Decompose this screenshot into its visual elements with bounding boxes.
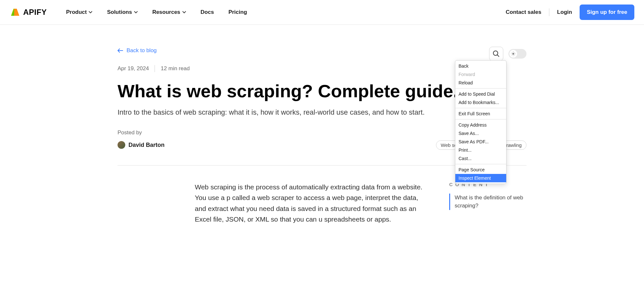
context-inspect-element[interactable]: Inspect Element bbox=[455, 174, 506, 182]
context-copy-address[interactable]: Copy Address bbox=[455, 121, 506, 129]
theme-toggle-knob bbox=[509, 50, 517, 58]
svg-point-1 bbox=[512, 53, 514, 55]
context-page-source[interactable]: Page Source bbox=[455, 166, 506, 174]
context-exit-fullscreen[interactable]: Exit Full Screen bbox=[455, 110, 506, 118]
main-header: APIFY Product Solutions Resources Docs P… bbox=[0, 0, 644, 25]
context-menu: Back Forward Reload Add to Speed Dial Ad… bbox=[455, 60, 507, 184]
read-time: 12 min read bbox=[161, 65, 190, 72]
nav-resources[interactable]: Resources bbox=[152, 9, 186, 15]
context-forward: Forward bbox=[455, 70, 506, 79]
sun-icon bbox=[511, 52, 516, 56]
nav-product-label: Product bbox=[66, 9, 87, 15]
nav-pricing[interactable]: Pricing bbox=[228, 9, 247, 15]
context-back[interactable]: Back bbox=[455, 62, 506, 70]
svg-line-7 bbox=[515, 55, 515, 56]
toc-item-definition[interactable]: What is the definition of web scraping? bbox=[449, 194, 526, 210]
author-name: David Barton bbox=[128, 142, 165, 148]
theme-toggle[interactable] bbox=[508, 49, 526, 59]
context-reload[interactable]: Reload bbox=[455, 79, 506, 87]
chevron-down-icon bbox=[89, 11, 92, 14]
back-to-blog-link[interactable]: Back to blog bbox=[118, 47, 526, 54]
nav-solutions[interactable]: Solutions bbox=[107, 9, 137, 15]
nav-docs[interactable]: Docs bbox=[201, 9, 214, 15]
svg-line-6 bbox=[512, 52, 512, 53]
context-print[interactable]: Print... bbox=[455, 146, 506, 154]
article-body: Web scraping is the process of automatic… bbox=[195, 182, 430, 225]
divider bbox=[549, 8, 549, 16]
divider bbox=[155, 65, 155, 72]
context-bookmarks[interactable]: Add to Bookmarks... bbox=[455, 98, 506, 107]
contact-sales-link[interactable]: Contact sales bbox=[506, 9, 542, 15]
author[interactable]: David Barton bbox=[118, 141, 165, 149]
context-speed-dial[interactable]: Add to Speed Dial bbox=[455, 90, 506, 98]
context-cast[interactable]: Cast... bbox=[455, 154, 506, 163]
context-save-as[interactable]: Save As... bbox=[455, 129, 506, 138]
divider bbox=[455, 119, 506, 119]
nav-solutions-label: Solutions bbox=[107, 9, 132, 15]
nav-product[interactable]: Product bbox=[66, 9, 92, 15]
divider bbox=[455, 108, 506, 108]
svg-line-8 bbox=[512, 55, 512, 56]
svg-point-0 bbox=[493, 51, 498, 55]
login-link[interactable]: Login bbox=[557, 9, 572, 15]
logo-text: APIFY bbox=[23, 8, 47, 17]
search-button[interactable] bbox=[489, 47, 503, 61]
logo[interactable]: APIFY bbox=[10, 7, 47, 18]
article-date: Apr 19, 2024 bbox=[118, 65, 149, 72]
avatar bbox=[118, 141, 125, 149]
table-of-contents: CONTENT What is the definition of web sc… bbox=[449, 182, 526, 225]
chevron-down-icon bbox=[134, 11, 138, 14]
body-row: Web scraping is the process of automatic… bbox=[118, 182, 526, 225]
nav-resources-label: Resources bbox=[152, 9, 180, 15]
header-right: Contact sales Login Sign up for free bbox=[506, 5, 634, 20]
signup-button[interactable]: Sign up for free bbox=[580, 5, 634, 20]
top-controls bbox=[489, 47, 526, 61]
context-save-pdf[interactable]: Save As PDF... bbox=[455, 138, 506, 146]
svg-line-9 bbox=[515, 52, 515, 53]
divider bbox=[455, 88, 506, 89]
nav-pricing-label: Pricing bbox=[228, 9, 247, 15]
chevron-down-icon bbox=[182, 11, 186, 14]
apify-logo-icon bbox=[10, 7, 21, 18]
nav-docs-label: Docs bbox=[201, 9, 214, 15]
divider bbox=[455, 164, 506, 164]
arrow-left-icon bbox=[118, 48, 123, 53]
back-link-label: Back to blog bbox=[127, 47, 157, 54]
content-area: Back to blog Apr 19, 2024 12 min read Wh… bbox=[85, 25, 559, 225]
search-icon bbox=[493, 50, 500, 57]
primary-nav: Product Solutions Resources Docs Pricing bbox=[66, 9, 247, 15]
